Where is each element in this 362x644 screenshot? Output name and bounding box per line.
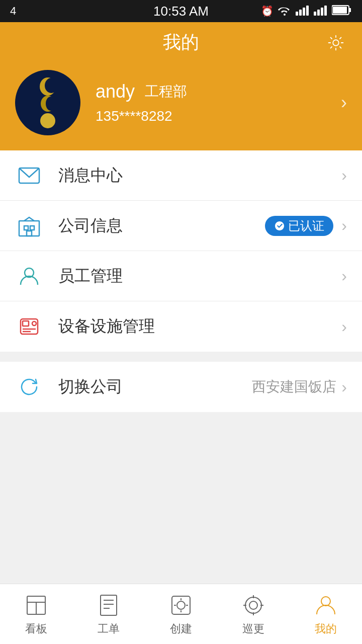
svg-point-37 — [177, 601, 185, 609]
profile-arrow-icon: › — [341, 92, 347, 113]
content-area: 消息中心 › 公司信息 已认证 › — [0, 150, 362, 482]
profile-dept: 工程部 — [145, 82, 187, 101]
nav-label-workorder: 工单 — [98, 621, 120, 636]
svg-rect-4 — [314, 12, 316, 16]
menu-label-switch: 切换公司 — [58, 376, 252, 398]
menu-label-message: 消息中心 — [58, 165, 341, 187]
wifi-icon — [278, 5, 292, 18]
person-icon — [15, 262, 43, 290]
patrol-icon — [240, 592, 266, 618]
svg-point-17 — [40, 113, 55, 128]
svg-rect-32 — [101, 595, 117, 615]
profile-phone: 135****8282 — [96, 108, 326, 124]
menu-arrow-icon: › — [341, 267, 347, 285]
menu-item-equipment[interactable]: 设备设施管理 › — [0, 301, 362, 352]
board-icon — [23, 592, 49, 618]
device-icon — [15, 312, 43, 341]
certified-badge: 已认证 — [265, 216, 333, 236]
menu-section-switch: 切换公司 西安建国饭店 › — [0, 362, 362, 412]
svg-rect-5 — [317, 10, 320, 16]
svg-point-11 — [333, 40, 339, 46]
nav-item-create[interactable]: 创建 — [145, 584, 217, 644]
header: 我的 andy 工程部 — [0, 22, 362, 150]
refresh-icon — [15, 373, 43, 401]
battery-icon — [332, 5, 352, 18]
status-bar: 4 10:53 AM ⏰ — [0, 0, 362, 22]
svg-rect-21 — [30, 226, 34, 230]
avatar — [15, 70, 80, 135]
svg-rect-0 — [296, 12, 298, 16]
status-icons: ⏰ — [261, 5, 352, 18]
menu-item-message[interactable]: 消息中心 › — [0, 150, 362, 201]
svg-point-14 — [45, 78, 58, 93]
profile-row[interactable]: andy 工程部 135****8282 › — [15, 70, 347, 135]
time-display: 10:53 AM — [153, 4, 209, 19]
svg-point-26 — [32, 321, 36, 326]
menu-label-company: 公司信息 — [58, 215, 265, 237]
menu-section-main: 消息中心 › 公司信息 已认证 › — [0, 150, 362, 352]
create-icon — [168, 592, 194, 618]
svg-point-42 — [245, 597, 261, 613]
svg-rect-3 — [306, 6, 309, 16]
svg-rect-9 — [349, 8, 351, 12]
svg-point-43 — [249, 601, 257, 609]
menu-arrow-icon: › — [341, 317, 347, 336]
menu-arrow-icon: › — [341, 216, 347, 235]
profile-info: andy 工程部 135****8282 — [96, 81, 326, 124]
building-icon — [15, 212, 43, 240]
header-top: 我的 — [15, 30, 347, 55]
signal-icon-2 — [314, 5, 328, 18]
nav-item-patrol[interactable]: 巡更 — [217, 584, 290, 644]
menu-item-company[interactable]: 公司信息 已认证 › — [0, 201, 362, 251]
menu-label-employee: 员工管理 — [58, 265, 341, 287]
svg-rect-1 — [299, 10, 302, 16]
svg-rect-19 — [19, 221, 39, 236]
svg-rect-2 — [303, 8, 305, 16]
notification-count: 4 — [10, 5, 16, 18]
svg-point-48 — [321, 597, 330, 606]
menu-item-switch-company[interactable]: 切换公司 西安建国饭店 › — [0, 362, 362, 412]
menu-arrow-icon: › — [341, 166, 347, 185]
nav-item-kanban[interactable]: 看板 — [0, 584, 72, 644]
person-nav-icon — [313, 592, 339, 618]
svg-rect-10 — [333, 7, 347, 14]
envelope-icon — [15, 162, 43, 190]
nav-label-create: 创建 — [170, 621, 192, 636]
menu-label-equipment: 设备设施管理 — [58, 315, 341, 338]
menu-item-employee[interactable]: 员工管理 › — [0, 251, 362, 301]
svg-rect-7 — [324, 6, 327, 16]
nav-item-workorder[interactable]: 工单 — [72, 584, 145, 644]
svg-point-16 — [46, 97, 56, 111]
nav-label-kanban: 看板 — [25, 621, 47, 636]
profile-name: andy — [96, 81, 135, 102]
current-company: 西安建国饭店 — [252, 377, 336, 396]
list-icon — [96, 592, 122, 618]
page-title: 我的 — [163, 30, 199, 55]
nav-label-mine: 我的 — [315, 621, 337, 636]
settings-button[interactable] — [325, 32, 347, 54]
svg-rect-20 — [24, 226, 28, 230]
bottom-nav: 看板 工单 创建 — [0, 584, 362, 644]
svg-rect-25 — [23, 321, 29, 326]
menu-arrow-icon: › — [341, 378, 347, 396]
alarm-icon: ⏰ — [261, 5, 274, 17]
nav-label-patrol: 巡更 — [242, 621, 264, 636]
certified-text: 已认证 — [288, 218, 324, 234]
nav-item-mine[interactable]: 我的 — [290, 584, 362, 644]
svg-rect-22 — [27, 231, 32, 236]
svg-rect-6 — [321, 8, 323, 16]
signal-icon-1 — [296, 5, 310, 18]
